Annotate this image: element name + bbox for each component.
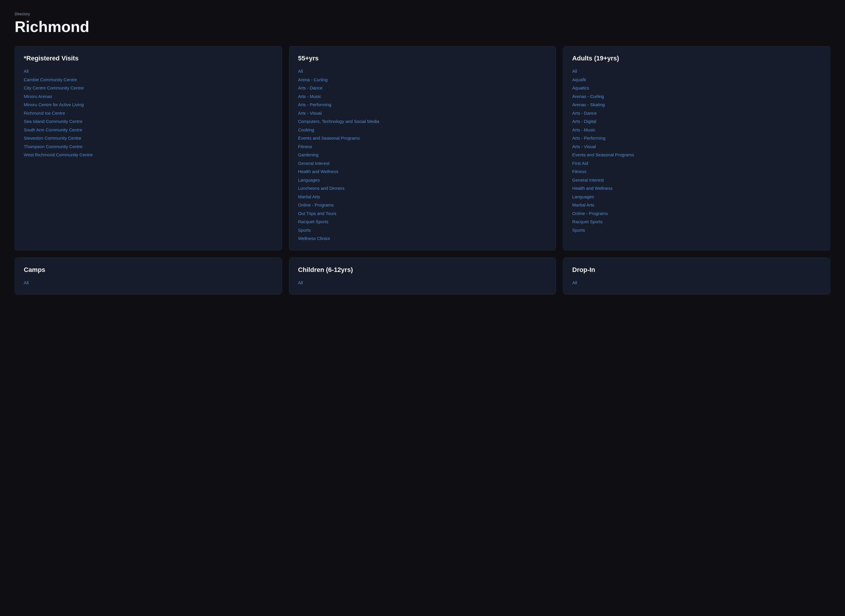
- link-item[interactable]: Arts - Performing: [298, 101, 547, 108]
- card-links-55-plus: AllArena - CurlingArts - DanceArts - Mus…: [298, 68, 547, 242]
- link-item[interactable]: Arts - Performing: [572, 135, 821, 142]
- link-item[interactable]: All: [298, 68, 547, 75]
- link-item[interactable]: Richmond Ice Centre: [24, 110, 273, 117]
- link-item[interactable]: Wellness Clinics: [298, 235, 547, 242]
- card-links-drop-in: All: [572, 280, 821, 286]
- page-title: Richmond: [15, 18, 830, 35]
- link-item[interactable]: Arenas - Skating: [572, 101, 821, 108]
- link-item[interactable]: Racquet Sports: [572, 219, 821, 225]
- cards-grid: *Registered VisitsAllCambie Community Ce…: [15, 46, 830, 295]
- card-camps: CampsAll: [15, 258, 282, 295]
- link-item[interactable]: All: [24, 280, 273, 286]
- link-item[interactable]: All: [24, 68, 273, 75]
- breadcrumb: Directory: [15, 12, 830, 16]
- link-item[interactable]: Martial Arts: [298, 194, 547, 200]
- link-item[interactable]: Gardening: [298, 152, 547, 158]
- link-item[interactable]: All: [572, 68, 821, 75]
- link-item[interactable]: Luncheons and Dinners: [298, 185, 547, 192]
- card-title-drop-in: Drop-In: [572, 266, 821, 274]
- card-registered-visits: *Registered VisitsAllCambie Community Ce…: [15, 46, 282, 251]
- link-item[interactable]: Racquet Sports: [298, 219, 547, 225]
- link-item[interactable]: South Arm Community Centre: [24, 127, 273, 133]
- card-children: Children (6-12yrs)All: [289, 258, 556, 295]
- link-item[interactable]: Computers, Technology and Social Media: [298, 118, 547, 125]
- card-links-children: All: [298, 280, 547, 286]
- card-drop-in: Drop-InAll: [563, 258, 830, 295]
- link-item[interactable]: First Aid: [572, 160, 821, 167]
- link-item[interactable]: Sea Island Community Centre: [24, 118, 273, 125]
- link-item[interactable]: Arts - Visual: [572, 144, 821, 150]
- link-item[interactable]: Events and Seasonal Programs: [572, 152, 821, 158]
- link-item[interactable]: West Richmond Community Centre: [24, 152, 273, 158]
- link-item[interactable]: Fitness: [298, 144, 547, 150]
- link-item[interactable]: General Interest: [298, 160, 547, 167]
- card-title-registered-visits: *Registered Visits: [24, 54, 273, 62]
- card-adults: Adults (19+yrs)AllAquafitAquaticsArenas …: [563, 46, 830, 251]
- link-item[interactable]: Fitness: [572, 169, 821, 175]
- link-item[interactable]: Aquatics: [572, 85, 821, 91]
- link-item[interactable]: Arts - Digital: [572, 118, 821, 125]
- link-item[interactable]: Languages: [298, 177, 547, 183]
- link-item[interactable]: All: [572, 280, 821, 286]
- card-55-plus: 55+yrsAllArena - CurlingArts - DanceArts…: [289, 46, 556, 251]
- link-item[interactable]: Sports: [572, 227, 821, 234]
- link-item[interactable]: All: [298, 280, 547, 286]
- link-item[interactable]: Minoru Arenas: [24, 93, 273, 100]
- link-item[interactable]: Out Trips and Tours: [298, 210, 547, 217]
- link-item[interactable]: Languages: [572, 194, 821, 200]
- link-item[interactable]: City Centre Community Centre: [24, 85, 273, 91]
- card-links-camps: All: [24, 280, 273, 286]
- link-item[interactable]: General Interest: [572, 177, 821, 183]
- link-item[interactable]: Thompson Community Centre: [24, 144, 273, 150]
- link-item[interactable]: Health and Wellness: [298, 169, 547, 175]
- link-item[interactable]: Cambie Community Centre: [24, 76, 273, 83]
- link-item[interactable]: Steveston Community Centre: [24, 135, 273, 142]
- card-links-adults: AllAquafitAquaticsArenas - CurlingArenas…: [572, 68, 821, 233]
- link-item[interactable]: Minoru Centre for Active Living: [24, 101, 273, 108]
- link-item[interactable]: Arts - Dance: [298, 85, 547, 91]
- link-item[interactable]: Arenas - Curling: [572, 93, 821, 100]
- card-title-adults: Adults (19+yrs): [572, 54, 821, 62]
- link-item[interactable]: Arts - Music: [298, 93, 547, 100]
- link-item[interactable]: Sports: [298, 227, 547, 234]
- link-item[interactable]: Martial Arts: [572, 202, 821, 208]
- link-item[interactable]: Aquafit: [572, 76, 821, 83]
- link-item[interactable]: Events and Seasonal Programs: [298, 135, 547, 142]
- card-links-registered-visits: AllCambie Community CentreCity Centre Co…: [24, 68, 273, 158]
- link-item[interactable]: Arena - Curling: [298, 76, 547, 83]
- link-item[interactable]: Arts - Visual: [298, 110, 547, 117]
- link-item[interactable]: Online - Programs: [572, 210, 821, 217]
- link-item[interactable]: Arts - Music: [572, 127, 821, 133]
- link-item[interactable]: Arts - Dance: [572, 110, 821, 117]
- link-item[interactable]: Health and Wellness: [572, 185, 821, 192]
- card-title-55-plus: 55+yrs: [298, 54, 547, 62]
- link-item[interactable]: Cooking: [298, 127, 547, 133]
- link-item[interactable]: Online - Programs: [298, 202, 547, 208]
- card-title-children: Children (6-12yrs): [298, 266, 547, 274]
- card-title-camps: Camps: [24, 266, 273, 274]
